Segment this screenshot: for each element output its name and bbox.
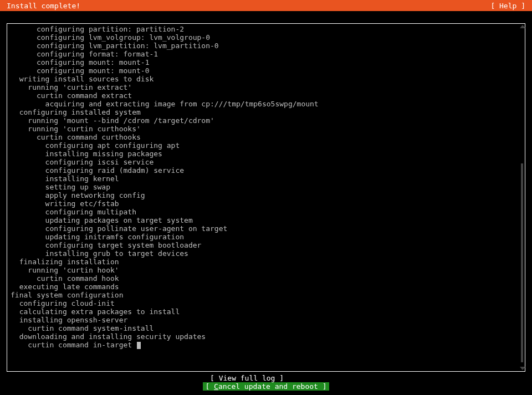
cursor bbox=[137, 342, 141, 349]
scroll-thumb[interactable] bbox=[521, 163, 523, 362]
footer-actions: [ View full log ] [ Cancel update and re… bbox=[0, 374, 532, 391]
view-full-log-button[interactable]: [ View full log ] bbox=[208, 374, 324, 382]
help-button[interactable]: [ Help ] bbox=[490, 2, 526, 10]
page-title: Install complete! bbox=[6, 2, 80, 10]
scroll-up-icon[interactable] bbox=[520, 25, 525, 28]
scrollbar[interactable] bbox=[521, 26, 523, 369]
install-log-text: configuring partition: partition-2 confi… bbox=[7, 24, 525, 350]
install-log-panel: configuring partition: partition-2 confi… bbox=[7, 23, 525, 372]
header-bar: Install complete! [ Help ] bbox=[0, 0, 532, 11]
hotkey-c: C bbox=[214, 382, 218, 391]
cancel-update-reboot-button[interactable]: [ Cancel update and reboot ] bbox=[203, 382, 329, 391]
scroll-down-icon[interactable] bbox=[520, 367, 525, 370]
